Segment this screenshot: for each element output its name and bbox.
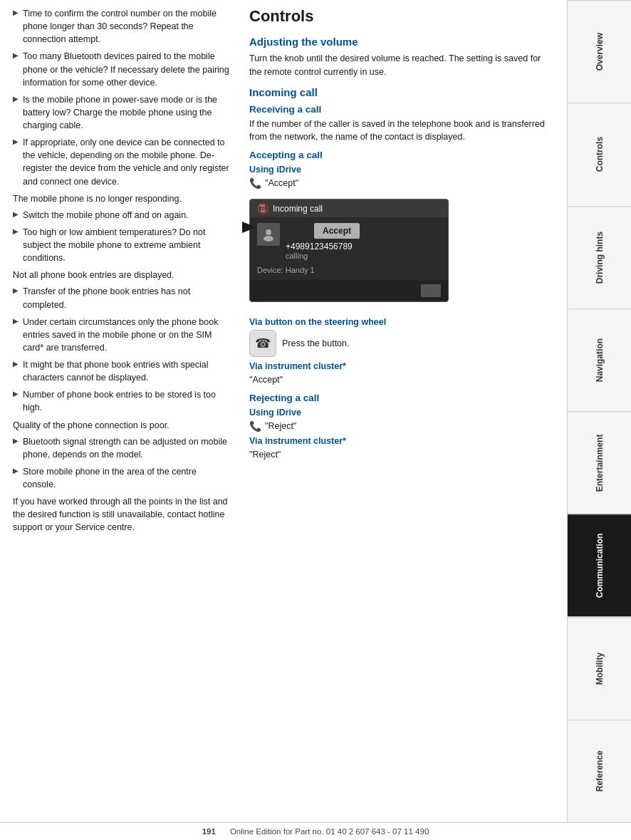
svg-marker-2 xyxy=(242,222,256,233)
bullet-arrow-icon: ▶ xyxy=(13,316,19,354)
bullet-text: It might be that phone book entries with… xyxy=(23,358,229,384)
sidebar-item-mobility[interactable]: Mobility xyxy=(568,617,631,720)
section-title-volume: Adjusting the volume xyxy=(249,36,554,48)
sidebar-item-entertainment[interactable]: Entertainment xyxy=(568,411,631,514)
sub-subsection-title-steering: Via button on the steering wheel xyxy=(249,317,554,327)
bullet-text: Too many Bluetooth devices paired to the… xyxy=(23,50,229,88)
bullet-arrow-icon: ▶ xyxy=(13,436,19,461)
bullet-arrow-icon: ▶ xyxy=(13,286,19,311)
phone-accept-icon: ☎ xyxy=(255,336,271,351)
page-title: Controls xyxy=(249,7,554,26)
call-footer xyxy=(250,280,448,301)
svg-point-0 xyxy=(266,229,271,235)
bullet-arrow-icon: ▶ xyxy=(13,389,19,414)
bullet-arrow-icon: ▶ xyxy=(13,137,19,188)
final-text: If you have worked through all the point… xyxy=(13,495,229,534)
content-body: ▶ Time to confirm the control number on … xyxy=(0,0,631,822)
sidebar-item-controls[interactable]: Controls xyxy=(568,103,631,205)
footer-text: Online Edition for Part no. 01 40 2 607 … xyxy=(230,827,429,836)
page-number: 191 xyxy=(202,827,216,836)
list-item: ▶ Time to confirm the control number on … xyxy=(13,7,229,46)
sidebar-item-reference[interactable]: Reference xyxy=(568,720,631,822)
list-item: ▶ It might be that phone book entries wi… xyxy=(13,358,229,384)
call-header-label: Incoming call xyxy=(273,204,323,214)
list-item: ▶ Under certain circumstances only the p… xyxy=(13,316,229,354)
bullet-arrow-icon: ▶ xyxy=(13,51,19,88)
right-column: Controls Adjusting the volume Turn the k… xyxy=(242,0,567,822)
cluster-accept-text: "Accept" xyxy=(249,373,554,387)
sub-subsection-title-cluster-accept: Via instrument cluster* xyxy=(249,361,554,371)
accept-pointer-arrow xyxy=(242,220,264,234)
steering-wheel-instruction: Press the button. xyxy=(282,337,350,351)
bullet-text: Bluetooth signal strength can be adjuste… xyxy=(23,435,229,461)
bullet-arrow-icon: ▶ xyxy=(13,94,19,132)
via-steering-section: ☎ Press the button. xyxy=(249,330,554,357)
idrive-accept-instruction: 📞 "Accept" xyxy=(249,177,554,189)
bullet-text: Is the mobile phone in power-save mode o… xyxy=(23,93,229,132)
list-item: ▶ Too many Bluetooth devices paired to t… xyxy=(13,50,229,88)
bullet-arrow-icon: ▶ xyxy=(13,209,19,222)
list-item: ▶ If appropriate, only one device can be… xyxy=(13,136,229,188)
bullet-arrow-icon: ▶ xyxy=(13,8,19,46)
list-item: ▶ Number of phone book entries to be sto… xyxy=(13,388,229,414)
accept-button-row: Accept xyxy=(286,223,441,239)
list-item: ▶ Store mobile phone in the area of the … xyxy=(13,465,229,491)
subsection-title-rejecting: Rejecting a call xyxy=(249,393,554,403)
idrive-reject-icon: 📞 xyxy=(249,420,261,432)
bullet-arrow-icon: ▶ xyxy=(13,227,19,264)
section-title-incoming: Incoming call xyxy=(249,86,554,98)
list-item: ▶ Bluetooth signal strength can be adjus… xyxy=(13,435,229,461)
plain-text: Quality of the phone connection is poor. xyxy=(13,419,229,432)
sidebar-item-navigation[interactable]: Navigation xyxy=(568,308,631,411)
subsection-title-accepting: Accepting a call xyxy=(249,150,554,160)
cluster-reject-text: "Reject" xyxy=(249,448,554,462)
call-screenshot-container: 📵 Incoming call xyxy=(249,193,449,308)
subsection-body-receiving: If the number of the caller is saved in … xyxy=(249,118,554,145)
list-item: ▶ Is the mobile phone in power-save mode… xyxy=(13,93,229,132)
call-status-text: calling xyxy=(286,252,441,260)
call-device-label: Device: Handy 1 xyxy=(257,266,441,274)
sidebar-item-communication[interactable]: Communication xyxy=(568,514,631,616)
sidebar-item-driving-hints[interactable]: Driving hints xyxy=(568,206,631,308)
list-item: ▶ Too high or low ambient temperatures? … xyxy=(13,226,229,264)
sub-subsection-title-idrive-reject: Using iDrive xyxy=(249,408,554,418)
bullet-text: Switch the mobile phone off and on again… xyxy=(23,209,189,222)
section-body-volume: Turn the knob until the desired volume i… xyxy=(249,52,554,79)
plain-text: The mobile phone is no longer responding… xyxy=(13,192,229,205)
bullet-text: Store mobile phone in the area of the ce… xyxy=(23,465,229,491)
bullet-text: Transfer of the phone book entries has n… xyxy=(23,285,229,311)
bullet-text: Under certain circumstances only the pho… xyxy=(23,316,229,354)
list-item: ▶ Transfer of the phone book entries has… xyxy=(13,285,229,311)
call-screenshot: 📵 Incoming call xyxy=(249,199,449,302)
call-content-row: Accept +4989123456789 calling xyxy=(257,223,441,260)
sidebar-item-overview[interactable]: Overview xyxy=(568,0,631,103)
page-footer: 191 Online Edition for Part no. 01 40 2 … xyxy=(0,822,631,840)
call-info: Accept +4989123456789 calling xyxy=(286,223,441,260)
steering-wheel-button[interactable]: ☎ xyxy=(249,330,276,357)
call-body: Accept +4989123456789 calling Device: Ha… xyxy=(250,217,448,280)
bullet-text: Time to confirm the control number on th… xyxy=(23,7,229,46)
sidebar: Overview Controls Driving hints Navigati… xyxy=(567,0,631,822)
bullet-arrow-icon: ▶ xyxy=(13,359,19,384)
sub-subsection-title-idrive-accept: Using iDrive xyxy=(249,165,554,175)
idrive-reject-text: "Reject" xyxy=(265,421,296,431)
bullet-arrow-icon: ▶ xyxy=(13,466,19,491)
list-item: ▶ Switch the mobile phone off and on aga… xyxy=(13,209,229,222)
plain-text: Not all phone book entries are displayed… xyxy=(13,269,229,281)
bullet-text: Number of phone book entries to be store… xyxy=(23,388,229,414)
idrive-symbol-icon: 📞 xyxy=(249,177,261,189)
accept-button[interactable]: Accept xyxy=(314,223,360,239)
call-header: 📵 Incoming call xyxy=(250,199,448,217)
bullet-text: Too high or low ambient temperatures? Do… xyxy=(23,226,229,264)
left-column: ▶ Time to confirm the control number on … xyxy=(0,0,242,822)
call-phone-number: +4989123456789 xyxy=(286,242,441,252)
idrive-reject-instruction: 📞 "Reject" xyxy=(249,420,554,432)
call-header-icon: 📵 xyxy=(257,203,268,214)
idrive-accept-text: "Accept" xyxy=(265,178,298,188)
svg-point-1 xyxy=(264,236,273,242)
bullet-text: If appropriate, only one device can be c… xyxy=(23,136,229,188)
main-content: ▶ Time to confirm the control number on … xyxy=(0,0,631,840)
subsection-title-receiving: Receiving a call xyxy=(249,104,554,115)
sub-subsection-title-cluster-reject: Via instrument cluster* xyxy=(249,436,554,446)
call-footer-button[interactable] xyxy=(421,284,441,297)
